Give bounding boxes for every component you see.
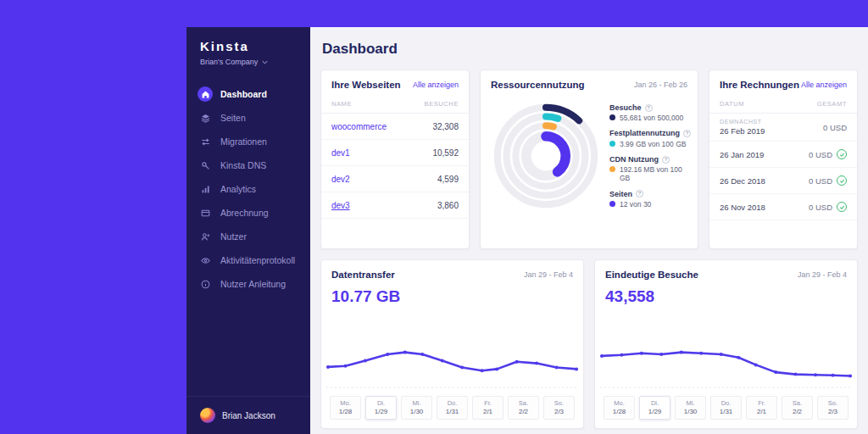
- axis-label-cell[interactable]: Di.1/29: [639, 396, 670, 420]
- sidebar-item-label: Seiten: [220, 113, 246, 123]
- sidebar-item-migrationen[interactable]: Migrationen: [186, 131, 310, 153]
- paid-check-icon: [837, 202, 847, 212]
- info-icon[interactable]: ?: [683, 130, 691, 137]
- paid-check-icon: [837, 149, 847, 159]
- sidebar-item-kinsta-dns[interactable]: Kinsta DNS: [186, 154, 310, 176]
- website-visits: 3,860: [437, 201, 459, 210]
- invoice-amount-block: 0 USD: [823, 123, 847, 132]
- invoice-amount: 0 USD: [809, 176, 832, 186]
- axis-day: Do.: [711, 399, 741, 407]
- sidebar-item-nutzer-anleitung[interactable]: Nutzer Anleitung: [186, 273, 310, 295]
- migrate-icon: [198, 134, 213, 149]
- legend-value: 55,681 von 500,000: [620, 114, 683, 122]
- invoice-date: 26 Nov 2018: [720, 203, 765, 212]
- sidebar-nav: DashboardSeitenMigrationenKinsta DNSAnal…: [186, 81, 310, 396]
- axis-date: 1/30: [402, 408, 431, 415]
- axis-date: 2/1: [747, 408, 776, 415]
- invoices-title: Ihre Rechnungen: [720, 80, 799, 90]
- dns-icon: [198, 158, 213, 173]
- sidebar-item-seiten[interactable]: Seiten: [186, 107, 310, 129]
- legend-item: Besuche?55,681 von 500,000: [609, 103, 691, 123]
- legend-label: CDN Nutzung: [609, 155, 659, 164]
- legend-value: 3.99 GB von 100 GB: [620, 140, 686, 148]
- resources-legend: Besuche?55,681 von 500,000Festplattennut…: [603, 103, 691, 209]
- sidebar: Kinsta Brian's Company DashboardSeitenMi…: [186, 27, 310, 434]
- page-title: Dashboard: [322, 41, 858, 58]
- website-row: dev110,592: [321, 140, 469, 166]
- axis-label-cell[interactable]: Mi.1/30: [675, 396, 706, 420]
- legend-value: 192.16 MB von 100 GB: [620, 165, 691, 182]
- user-name: Brian Jackson: [222, 411, 275, 420]
- visits-line-chart: [595, 320, 857, 392]
- sidebar-item-label: Migrationen: [220, 136, 267, 147]
- invoices-card: Ihre Rechnungen Alle anzeigen DATUM GESA…: [709, 70, 858, 249]
- axis-date: 1/28: [604, 408, 634, 415]
- resources-card: Ressourcennutzung Jan 26 - Feb 26 Besuch…: [480, 70, 698, 249]
- invoices-table-header: DATUM GESAMT: [709, 97, 857, 114]
- company-switcher[interactable]: Brian's Company: [200, 58, 297, 66]
- axis-date: 2/3: [544, 408, 574, 415]
- resources-card-header: Ressourcennutzung Jan 26 - Feb 26: [481, 70, 698, 97]
- users-icon: [198, 229, 213, 244]
- legend-color-dot: [609, 114, 615, 120]
- axis-label-cell[interactable]: Di.1/29: [365, 396, 397, 420]
- invoice-amount: 0 USD: [809, 203, 832, 212]
- axis-date: 1/29: [366, 408, 396, 415]
- bottom-cards-row: Datentransfer Jan 29 - Feb 4 10.77 GB Mo…: [320, 259, 858, 429]
- websites-title: Ihre Webseiten: [331, 80, 401, 90]
- sidebar-item-label: Analytics: [220, 184, 256, 194]
- sidebar-item-nutzer[interactable]: Nutzer: [186, 225, 310, 248]
- axis-label-cell[interactable]: Sa.2/2: [508, 396, 539, 420]
- transfer-card: Datentransfer Jan 29 - Feb 4 10.77 GB Mo…: [320, 259, 584, 429]
- axis-day: Fr.: [747, 399, 776, 407]
- websites-col-name: NAME: [331, 100, 352, 108]
- axis-label-cell[interactable]: Mo.1/28: [330, 396, 361, 420]
- info-icon[interactable]: ?: [636, 190, 643, 198]
- invoice-date: 26 Dec 2018: [720, 176, 765, 186]
- transfer-date-range: Jan 29 - Feb 4: [524, 270, 573, 279]
- website-visits: 32,308: [432, 122, 459, 131]
- websites-col-visits: BESUCHE: [425, 100, 459, 108]
- website-row: dev24,599: [321, 166, 469, 192]
- analytics-icon: [198, 181, 213, 197]
- home-icon: [198, 86, 213, 102]
- websites-view-all-link[interactable]: Alle anzeigen: [413, 81, 459, 89]
- sidebar-item-label: Nutzer: [220, 231, 247, 242]
- axis-day: Mo.: [604, 399, 634, 407]
- axis-day: Di.: [366, 399, 396, 407]
- axis-label-cell[interactable]: Fr.2/1: [472, 396, 504, 420]
- website-link[interactable]: dev2: [331, 175, 350, 184]
- axis-label-cell[interactable]: Mi.1/30: [401, 396, 432, 420]
- visits-axis: Mo.1/28Di.1/29Mi.1/30Do.1/31Fr.2/1Sa.2/2…: [595, 392, 857, 428]
- info-icon[interactable]: ?: [662, 156, 670, 164]
- axis-date: 1/28: [331, 408, 360, 415]
- axis-day: Mi.: [402, 399, 431, 407]
- app-window: Kinsta Brian's Company DashboardSeitenMi…: [0, 0, 868, 434]
- info-icon[interactable]: ?: [645, 104, 653, 112]
- sidebar-item-aktivit-tenprotokoll[interactable]: Aktivitätenprotokoll: [186, 249, 310, 271]
- invoice-date-block: 26 Dec 2018: [720, 176, 765, 186]
- axis-label-cell[interactable]: Do.1/31: [710, 396, 742, 420]
- user-menu[interactable]: Brian Jackson: [186, 396, 310, 434]
- axis-label-cell[interactable]: So.2/3: [543, 396, 575, 420]
- legend-label: Seiten: [609, 190, 632, 198]
- sidebar-item-analytics[interactable]: Analytics: [186, 178, 310, 200]
- website-visits: 4,599: [437, 175, 459, 184]
- website-link[interactable]: dev3: [331, 201, 350, 210]
- sidebar-item-label: Abrechnung: [220, 208, 269, 218]
- sidebar-item-abrechnung[interactable]: Abrechnung: [186, 202, 310, 224]
- invoices-col-date: DATUM: [720, 100, 744, 108]
- axis-day: Mo.: [331, 399, 360, 407]
- sidebar-item-dashboard[interactable]: Dashboard: [186, 83, 310, 105]
- invoice-date-block: DEMNÄCHST26 Feb 2019: [720, 119, 765, 136]
- website-link[interactable]: woocommerce: [331, 122, 387, 131]
- axis-label-cell[interactable]: So.2/3: [817, 396, 849, 420]
- axis-label-cell[interactable]: Fr.2/1: [746, 396, 777, 420]
- axis-label-cell[interactable]: Mo.1/28: [604, 396, 635, 420]
- axis-label-cell[interactable]: Sa.2/2: [782, 396, 813, 420]
- invoice-amount-block: 0 USD: [809, 175, 847, 186]
- legend-color-dot: [609, 166, 615, 172]
- invoices-view-all-link[interactable]: Alle anzeigen: [801, 81, 847, 89]
- axis-label-cell[interactable]: Do.1/31: [437, 396, 468, 420]
- website-link[interactable]: dev1: [331, 148, 350, 158]
